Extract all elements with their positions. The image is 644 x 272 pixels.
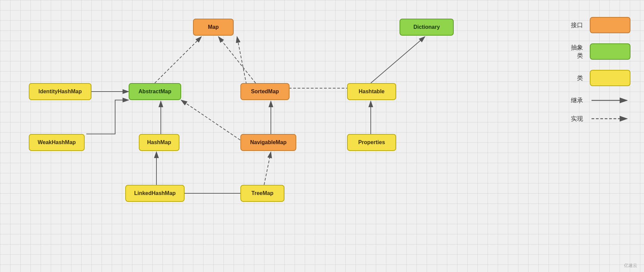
legend-implement-label: 实现 [566, 115, 583, 123]
node-hashmap: HashMap [139, 134, 179, 151]
svg-line-3 [218, 37, 256, 83]
node-linkedhashmap-label: LinkedHashMap [134, 190, 176, 196]
node-identityhashmap-label: IdentityHashMap [38, 89, 82, 95]
arrows-svg [0, 0, 644, 272]
legend-inherit-label: 继承 [566, 96, 583, 104]
legend: 接口 抽象类 类 继承 实现 [566, 17, 630, 123]
node-dictionary: Dictionary [400, 19, 454, 36]
node-navigablemap: NavigableMap [240, 134, 296, 151]
node-dictionary-label: Dictionary [413, 24, 440, 30]
legend-class-label: 类 [566, 74, 583, 82]
node-sortedmap: SortedMap [240, 83, 289, 100]
legend-abstract: 抽象类 [566, 43, 630, 60]
legend-implement-arrow [590, 115, 630, 123]
legend-abstract-label: 抽象类 [566, 43, 583, 60]
node-treemap: TreeMap [240, 185, 284, 202]
legend-class: 类 [566, 70, 630, 86]
node-weakhashmap-label: WeakHashMap [38, 139, 76, 145]
legend-abstract-box [590, 43, 630, 60]
node-treemap-label: TreeMap [252, 190, 274, 196]
svg-line-2 [155, 37, 201, 83]
legend-inherit: 继承 [566, 96, 630, 104]
node-identityhashmap: IdentityHashMap [29, 83, 91, 100]
svg-line-10 [264, 152, 271, 185]
legend-implement: 实现 [566, 115, 630, 123]
legend-interface: 接口 [566, 17, 630, 33]
node-map: Map [193, 19, 234, 36]
node-properties-label: Properties [358, 139, 385, 145]
svg-line-4 [371, 37, 425, 83]
watermark: 亿速云 [624, 263, 637, 269]
node-hashtable: Hashtable [347, 83, 396, 100]
node-hashmap-label: HashMap [147, 139, 171, 145]
diagram-container: Map Dictionary AbstractMap SortedMap Has… [0, 0, 644, 272]
node-linkedhashmap: LinkedHashMap [125, 185, 185, 202]
node-navigablemap-label: NavigableMap [250, 139, 287, 145]
node-hashtable-label: Hashtable [359, 89, 384, 95]
legend-interface-label: 接口 [566, 21, 583, 29]
node-weakhashmap: WeakHashMap [29, 134, 85, 151]
node-sortedmap-label: SortedMap [251, 89, 279, 95]
legend-class-box [590, 70, 630, 86]
node-map-label: Map [208, 24, 219, 30]
legend-interface-box [590, 17, 630, 33]
legend-inherit-arrow [590, 96, 630, 104]
node-properties: Properties [347, 134, 396, 151]
watermark-text: 亿速云 [624, 263, 637, 268]
node-abstractmap-label: AbstractMap [138, 89, 171, 95]
svg-line-11 [181, 100, 244, 142]
node-abstractmap: AbstractMap [129, 83, 181, 100]
